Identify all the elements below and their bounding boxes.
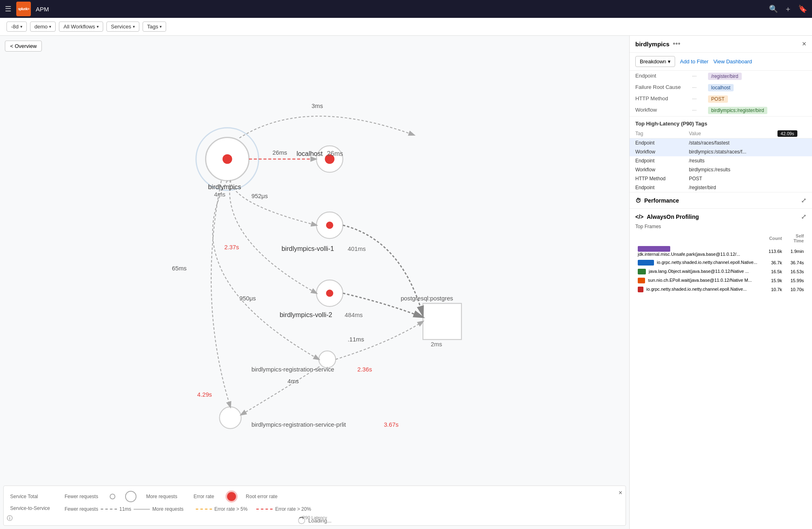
frame-bar-blue	[638, 260, 654, 266]
time-range-filter[interactable]: -8d ▾	[6, 22, 27, 32]
breakdown-button[interactable]: Breakdown ▾	[635, 56, 675, 67]
view-dashboard-button[interactable]: View Dashboard	[713, 58, 752, 65]
table-row: io.grpc.netty.shaded.io.netty.channel.ep…	[636, 285, 806, 294]
loading-text: Loading...	[308, 518, 331, 524]
frames-table: Count Self Time jdk.internal.misc.Unsafe…	[635, 232, 806, 294]
table-row: Workflow ··· birdlympics:/register/bird	[630, 105, 812, 116]
panel-options-button[interactable]: •••	[673, 40, 680, 48]
panel-close-button[interactable]: ×	[802, 40, 806, 48]
svg-text:birdlympics-registration-servi: birdlympics-registration-service-prlit	[251, 421, 346, 428]
table-row: sun.nio.ch.EPoll.wait(java.base@11.0.12/…	[636, 276, 806, 285]
high-latency-table: Tag Value 42.09s Endpoint /stats/races/f…	[630, 129, 812, 192]
svg-text:2ms: 2ms	[431, 341, 442, 348]
svg-text:26ms: 26ms	[273, 149, 287, 156]
caret-icon: ▾	[133, 24, 135, 29]
services-filter[interactable]: Services ▾	[106, 22, 139, 32]
svg-text:localhost
        26ms: localhost 26ms	[297, 150, 343, 157]
top-nav-right: 🔍 ＋ 🔖	[769, 4, 807, 14]
top-nav: ☰ splunk> APM 🔍 ＋ 🔖	[0, 0, 812, 18]
add-icon[interactable]: ＋	[784, 4, 792, 14]
performance-title: ⏱ Performance	[635, 197, 679, 204]
caret-icon: ▾	[668, 58, 671, 65]
legend-close-button[interactable]: ×	[619, 489, 622, 497]
table-row: io.grpc.netty.shaded.io.netty.channel.ep…	[636, 259, 806, 267]
small-circle-icon	[110, 494, 115, 499]
svg-text:3.67s: 3.67s	[384, 421, 398, 428]
endpoint-value: /register/bird	[708, 73, 742, 80]
root-error-rate-label: Root error rate	[246, 494, 277, 499]
table-row: Endpoint ··· /register/bird	[630, 71, 812, 82]
table-row: Workflow birdlympics:/stats/races/f...	[630, 147, 812, 156]
latency-badge: 42.09s	[777, 130, 797, 137]
workflow-filter[interactable]: All Workflows ▾	[59, 22, 103, 32]
svg-text:birdlympics-registration-servi: birdlympics-registration-service	[251, 366, 334, 373]
right-panel: birdlympics ••• × Breakdown ▾ Add to Fil…	[629, 36, 812, 529]
code-icon: </>	[635, 214, 643, 220]
filter-bar: -8d ▾ demo ▾ All Workflows ▾ Services ▾ …	[0, 18, 812, 36]
latency-value: 11ms	[119, 506, 131, 512]
svg-text:4ms: 4ms	[288, 378, 299, 384]
svg-point-11	[219, 407, 241, 428]
profiling-section: </> AlwaysOn Profiling ⤢ Top Frames Coun…	[630, 208, 812, 297]
main-layout: < Overview	[0, 36, 812, 529]
svg-text:birdlympics: birdlympics	[208, 183, 241, 190]
search-icon[interactable]: 🔍	[769, 4, 778, 13]
performance-section[interactable]: ⏱ Performance ⤢	[630, 192, 812, 208]
table-row: Endpoint /results	[630, 156, 812, 165]
tags-filter[interactable]: Tags ▾	[143, 22, 166, 32]
panel-content: Endpoint ··· /register/bird Failure Root…	[630, 71, 812, 529]
frame-bar-purple	[638, 246, 670, 252]
panel-actions: Breakdown ▾ Add to Filter View Dashboard	[630, 53, 812, 71]
top-frames-label: Top Frames	[635, 224, 806, 229]
table-row: HTTP Method ··· POST	[630, 93, 812, 105]
hamburger-menu[interactable]: ☰	[5, 4, 11, 13]
root-error-dot-icon	[227, 492, 236, 501]
http-method-value: POST	[708, 95, 728, 103]
overview-button[interactable]: < Overview	[5, 41, 42, 52]
table-header-row: Tag Value 42.09s	[630, 129, 812, 138]
svg-text:4.29s: 4.29s	[197, 391, 212, 398]
table-row: Endpoint /register/bird	[630, 183, 812, 192]
frame-bar-orange	[638, 278, 645, 283]
caret-icon: ▾	[97, 24, 99, 29]
table-row: Failure Root Cause ··· localhost	[630, 82, 812, 93]
table-row: HTTP Method POST	[630, 174, 812, 183]
more-requests-label2: More requests	[152, 506, 184, 512]
bookmark-icon[interactable]: 🔖	[798, 4, 807, 13]
profiling-expand-icon[interactable]: ⤢	[801, 213, 806, 220]
profiling-title: </> AlwaysOn Profiling	[635, 214, 699, 220]
loading-indicator: Loading...	[298, 517, 331, 524]
info-table: Endpoint ··· /register/bird Failure Root…	[630, 71, 812, 116]
error-rate-label: Error rate	[193, 494, 214, 499]
panel-header: birdlympics ••• ×	[630, 36, 812, 53]
svg-rect-9	[423, 303, 461, 339]
spinner-icon	[298, 517, 305, 524]
fewer-requests-label: Fewer requests	[65, 494, 98, 499]
svg-text:401ms: 401ms	[348, 246, 366, 252]
svg-text:4ms: 4ms	[214, 191, 225, 198]
frame-bar-red	[638, 287, 643, 292]
svg-text:.11ms: .11ms	[348, 336, 364, 343]
thin-dashed-line-icon	[101, 509, 117, 510]
failure-root-cause-value: localhost	[708, 84, 734, 91]
large-circle-icon	[125, 491, 136, 502]
splunk-logo: splunk>	[16, 2, 31, 16]
svg-text:484ms: 484ms	[345, 312, 363, 318]
frame-bar-green	[638, 269, 646, 274]
environment-filter[interactable]: demo ▾	[30, 22, 56, 32]
service-total-label: Service Total	[10, 494, 55, 499]
error-rate-5-label: Error rate > 5%	[214, 506, 248, 512]
thick-line-icon	[134, 509, 150, 510]
service-to-service-label: Service-to-Service	[10, 505, 55, 511]
canvas-area: < Overview	[0, 36, 629, 529]
info-icon[interactable]: ⓘ	[7, 515, 13, 522]
high-latency-section-header: Top High-Latency (P90) Tags	[630, 116, 812, 129]
svg-text:postgresql:postgres: postgresql:postgres	[401, 295, 453, 302]
error-rate-20-label: Error rate > 20%	[275, 506, 311, 512]
table-row: Workflow birdlympics:/results	[630, 165, 812, 174]
svg-text:65ms: 65ms	[172, 265, 186, 272]
table-row: Endpoint /stats/races/fastest	[630, 138, 812, 148]
add-to-filter-button[interactable]: Add to Filter	[680, 58, 708, 65]
orange-dashed-line-icon	[196, 509, 212, 510]
frames-header-row: Count Self Time	[636, 233, 806, 244]
